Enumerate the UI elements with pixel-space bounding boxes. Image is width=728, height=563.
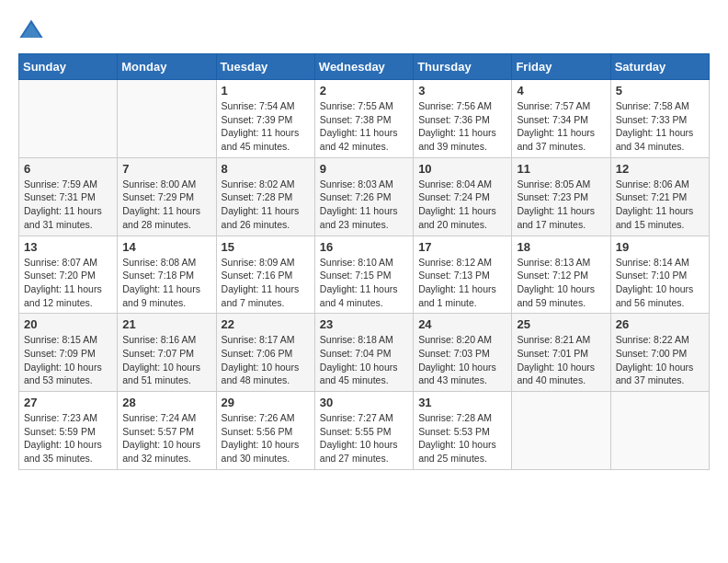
day-cell: 16Sunrise: 8:10 AM Sunset: 7:15 PM Dayli… <box>314 236 413 314</box>
day-content: Sunrise: 7:57 AM Sunset: 7:34 PM Dayligh… <box>517 99 605 154</box>
day-cell: 3Sunrise: 7:56 AM Sunset: 7:36 PM Daylig… <box>414 80 512 158</box>
day-cell: 30Sunrise: 7:27 AM Sunset: 5:55 PM Dayli… <box>314 392 413 470</box>
week-row-1: 1Sunrise: 7:54 AM Sunset: 7:39 PM Daylig… <box>19 80 710 158</box>
day-content: Sunrise: 7:23 AM Sunset: 5:59 PM Dayligh… <box>24 411 112 465</box>
day-content: Sunrise: 8:14 AM Sunset: 7:10 PM Dayligh… <box>616 256 704 310</box>
day-cell: 22Sunrise: 8:17 AM Sunset: 7:06 PM Dayli… <box>216 314 314 392</box>
day-number: 3 <box>418 84 506 98</box>
day-content: Sunrise: 7:56 AM Sunset: 7:36 PM Dayligh… <box>418 99 506 154</box>
day-content: Sunrise: 8:21 AM Sunset: 7:01 PM Dayligh… <box>517 333 605 387</box>
header-cell-friday: Friday <box>512 54 610 80</box>
day-content: Sunrise: 8:13 AM Sunset: 7:12 PM Dayligh… <box>517 256 605 310</box>
day-number: 25 <box>517 317 605 331</box>
day-cell: 12Sunrise: 8:06 AM Sunset: 7:21 PM Dayli… <box>610 157 709 236</box>
day-cell: 4Sunrise: 7:57 AM Sunset: 7:34 PM Daylig… <box>512 80 610 158</box>
day-cell: 15Sunrise: 8:09 AM Sunset: 7:16 PM Dayli… <box>216 236 314 314</box>
page-header <box>18 18 710 44</box>
day-cell: 27Sunrise: 7:23 AM Sunset: 5:59 PM Dayli… <box>19 392 118 470</box>
day-cell: 25Sunrise: 8:21 AM Sunset: 7:01 PM Dayli… <box>512 314 610 392</box>
day-cell: 26Sunrise: 8:22 AM Sunset: 7:00 PM Dayli… <box>610 314 709 392</box>
day-cell: 7Sunrise: 8:00 AM Sunset: 7:29 PM Daylig… <box>118 157 216 236</box>
day-content: Sunrise: 7:54 AM Sunset: 7:39 PM Dayligh… <box>222 99 310 154</box>
day-content: Sunrise: 8:02 AM Sunset: 7:28 PM Dayligh… <box>222 178 310 232</box>
day-cell: 10Sunrise: 8:04 AM Sunset: 7:24 PM Dayli… <box>414 157 512 236</box>
day-cell: 8Sunrise: 8:02 AM Sunset: 7:28 PM Daylig… <box>216 157 314 236</box>
day-number: 11 <box>517 162 605 176</box>
day-number: 27 <box>24 396 112 409</box>
logo-icon <box>18 18 44 44</box>
week-row-5: 27Sunrise: 7:23 AM Sunset: 5:59 PM Dayli… <box>19 392 710 470</box>
day-cell: 20Sunrise: 8:15 AM Sunset: 7:09 PM Dayli… <box>19 314 118 392</box>
day-number: 31 <box>418 396 506 409</box>
day-number: 10 <box>418 162 506 176</box>
day-content: Sunrise: 8:07 AM Sunset: 7:20 PM Dayligh… <box>24 256 112 310</box>
day-content: Sunrise: 7:26 AM Sunset: 5:56 PM Dayligh… <box>222 411 310 465</box>
day-cell: 21Sunrise: 8:16 AM Sunset: 7:07 PM Dayli… <box>118 314 216 392</box>
day-content: Sunrise: 8:15 AM Sunset: 7:09 PM Dayligh… <box>24 333 112 387</box>
day-cell <box>19 80 118 158</box>
day-cell: 5Sunrise: 7:58 AM Sunset: 7:33 PM Daylig… <box>610 80 709 158</box>
day-cell: 23Sunrise: 8:18 AM Sunset: 7:04 PM Dayli… <box>314 314 413 392</box>
day-content: Sunrise: 7:59 AM Sunset: 7:31 PM Dayligh… <box>24 178 112 232</box>
day-number: 2 <box>320 84 408 98</box>
day-cell: 28Sunrise: 7:24 AM Sunset: 5:57 PM Dayli… <box>118 392 216 470</box>
day-number: 17 <box>418 240 506 254</box>
day-cell: 17Sunrise: 8:12 AM Sunset: 7:13 PM Dayli… <box>414 236 512 314</box>
week-row-2: 6Sunrise: 7:59 AM Sunset: 7:31 PM Daylig… <box>19 157 710 236</box>
day-content: Sunrise: 7:27 AM Sunset: 5:55 PM Dayligh… <box>320 411 408 465</box>
day-content: Sunrise: 8:05 AM Sunset: 7:23 PM Dayligh… <box>517 178 605 232</box>
header-cell-wednesday: Wednesday <box>314 54 413 80</box>
header-cell-monday: Monday <box>118 54 216 80</box>
week-row-4: 20Sunrise: 8:15 AM Sunset: 7:09 PM Dayli… <box>19 314 710 392</box>
day-number: 15 <box>222 240 310 254</box>
day-content: Sunrise: 7:24 AM Sunset: 5:57 PM Dayligh… <box>122 411 210 465</box>
day-number: 5 <box>616 84 704 98</box>
day-content: Sunrise: 8:04 AM Sunset: 7:24 PM Dayligh… <box>418 178 506 232</box>
day-content: Sunrise: 8:20 AM Sunset: 7:03 PM Dayligh… <box>418 333 506 387</box>
day-content: Sunrise: 8:22 AM Sunset: 7:00 PM Dayligh… <box>616 333 704 387</box>
day-number: 12 <box>616 162 704 176</box>
logo <box>18 18 48 44</box>
day-cell <box>118 80 216 158</box>
day-content: Sunrise: 8:17 AM Sunset: 7:06 PM Dayligh… <box>222 333 310 387</box>
day-content: Sunrise: 8:03 AM Sunset: 7:26 PM Dayligh… <box>320 178 408 232</box>
day-number: 26 <box>616 317 704 331</box>
day-content: Sunrise: 8:06 AM Sunset: 7:21 PM Dayligh… <box>616 178 704 232</box>
day-content: Sunrise: 7:58 AM Sunset: 7:33 PM Dayligh… <box>616 99 704 154</box>
day-number: 4 <box>517 84 605 98</box>
day-number: 30 <box>320 396 408 409</box>
day-content: Sunrise: 8:18 AM Sunset: 7:04 PM Dayligh… <box>320 333 408 387</box>
day-number: 9 <box>320 162 408 176</box>
week-row-3: 13Sunrise: 8:07 AM Sunset: 7:20 PM Dayli… <box>19 236 710 314</box>
day-number: 20 <box>24 317 112 331</box>
day-content: Sunrise: 7:55 AM Sunset: 7:38 PM Dayligh… <box>320 99 408 154</box>
day-number: 14 <box>122 240 210 254</box>
day-number: 24 <box>418 317 506 331</box>
day-number: 19 <box>616 240 704 254</box>
header-cell-tuesday: Tuesday <box>216 54 314 80</box>
day-cell: 9Sunrise: 8:03 AM Sunset: 7:26 PM Daylig… <box>314 157 413 236</box>
day-cell: 6Sunrise: 7:59 AM Sunset: 7:31 PM Daylig… <box>19 157 118 236</box>
calendar-header: SundayMondayTuesdayWednesdayThursdayFrid… <box>19 54 710 80</box>
day-number: 13 <box>24 240 112 254</box>
day-number: 16 <box>320 240 408 254</box>
day-cell: 29Sunrise: 7:26 AM Sunset: 5:56 PM Dayli… <box>216 392 314 470</box>
day-content: Sunrise: 7:28 AM Sunset: 5:53 PM Dayligh… <box>418 411 506 465</box>
day-number: 23 <box>320 317 408 331</box>
day-content: Sunrise: 8:09 AM Sunset: 7:16 PM Dayligh… <box>222 256 310 310</box>
day-number: 22 <box>222 317 310 331</box>
day-number: 8 <box>222 162 310 176</box>
calendar-body: 1Sunrise: 7:54 AM Sunset: 7:39 PM Daylig… <box>19 80 710 470</box>
day-content: Sunrise: 8:00 AM Sunset: 7:29 PM Dayligh… <box>122 178 210 232</box>
day-number: 18 <box>517 240 605 254</box>
day-cell <box>512 392 610 470</box>
day-content: Sunrise: 8:12 AM Sunset: 7:13 PM Dayligh… <box>418 256 506 310</box>
header-cell-thursday: Thursday <box>414 54 512 80</box>
header-cell-saturday: Saturday <box>610 54 709 80</box>
day-cell: 1Sunrise: 7:54 AM Sunset: 7:39 PM Daylig… <box>216 80 314 158</box>
day-content: Sunrise: 8:10 AM Sunset: 7:15 PM Dayligh… <box>320 256 408 310</box>
header-row: SundayMondayTuesdayWednesdayThursdayFrid… <box>19 54 710 80</box>
day-cell <box>610 392 709 470</box>
day-number: 29 <box>222 396 310 409</box>
header-cell-sunday: Sunday <box>19 54 118 80</box>
